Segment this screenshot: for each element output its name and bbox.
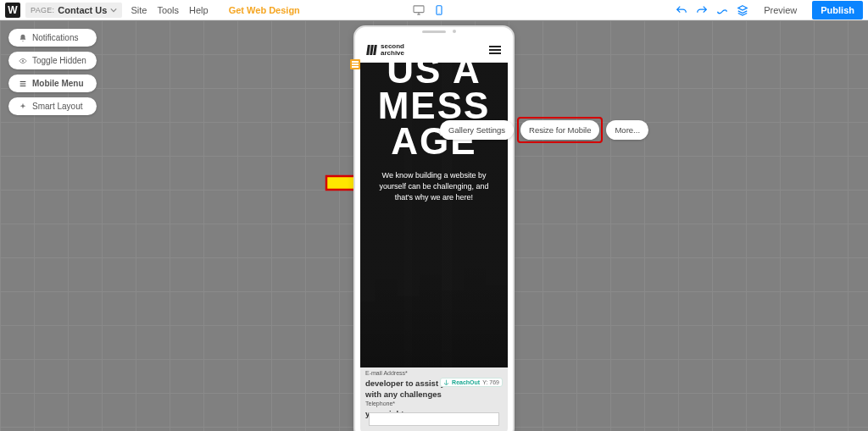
layers-icon[interactable] <box>737 4 748 16</box>
mobile-preview-frame: second archive Drag Handle US A MESSAGE … <box>353 25 515 431</box>
lower-text-2: with any challenges <box>365 389 503 400</box>
smart-layout-pill[interactable]: Smart Layout <box>8 97 97 115</box>
selection-handle-icon[interactable] <box>350 59 360 69</box>
resize-for-mobile-button[interactable]: Resize for Mobile <box>520 120 599 140</box>
desktop-view-icon[interactable] <box>413 5 425 15</box>
eye-icon <box>19 57 27 65</box>
mobile-screen[interactable]: second archive Drag Handle US A MESSAGE … <box>360 37 508 431</box>
mobile-menu-pill[interactable]: Mobile Menu <box>8 75 97 92</box>
top-toolbar: W PAGE: Contact Us Site Tools Help Get W… <box>0 0 868 20</box>
main-menu: Site Tools Help <box>131 5 208 15</box>
hamburger-icon <box>19 80 27 88</box>
svg-point-2 <box>438 13 439 14</box>
page-selector-value: Contact Us <box>58 5 107 15</box>
undo-icon[interactable] <box>676 4 687 16</box>
page-selector[interactable]: PAGE: Contact Us <box>25 3 122 18</box>
link-icon[interactable] <box>716 4 728 16</box>
canvas-tool-pills: Notifications Toggle Hidden Mobile Menu … <box>8 29 97 115</box>
phone-camera-icon <box>453 30 456 33</box>
toggle-hidden-pill[interactable]: Toggle Hidden <box>8 52 97 69</box>
app-logo: W <box>5 3 20 18</box>
notifications-pill[interactable]: Notifications <box>8 29 97 47</box>
telephone-input[interactable] <box>369 412 499 426</box>
sparkle-icon <box>19 102 27 111</box>
svg-point-3 <box>22 59 24 61</box>
svg-rect-0 <box>414 5 424 12</box>
mobile-menu-label: Mobile Menu <box>32 79 84 88</box>
redo-icon[interactable] <box>696 4 708 16</box>
menu-site[interactable]: Site <box>131 5 147 15</box>
menu-help[interactable]: Help <box>189 5 209 15</box>
more-button[interactable]: More... <box>606 120 648 140</box>
email-label: E-mail Address* <box>365 369 503 378</box>
element-context-menu: Gallery Settings Resize for Mobile More.… <box>440 117 648 143</box>
hero-subtitle: We know building a website by yourself c… <box>367 170 501 202</box>
smart-layout-label: Smart Layout <box>32 102 82 111</box>
bell-icon <box>19 34 27 42</box>
get-web-design-link[interactable]: Get Web Design <box>229 5 300 15</box>
editor-canvas[interactable]: Notifications Toggle Hidden Mobile Menu … <box>0 20 868 431</box>
anchor-icon <box>443 379 449 385</box>
telephone-label: Telephone* <box>365 400 503 408</box>
hero-section[interactable]: US A MESSAGE We know building a website … <box>360 63 508 367</box>
preview-button[interactable]: Preview <box>757 2 804 19</box>
tutorial-highlight: Resize for Mobile <box>517 117 603 143</box>
publish-button[interactable]: Publish <box>812 1 863 19</box>
link-indicator[interactable]: ReachOut Y: 769 <box>440 378 503 387</box>
device-switcher <box>413 5 445 15</box>
notifications-label: Notifications <box>32 33 78 42</box>
toggle-hidden-label: Toggle Hidden <box>32 56 86 65</box>
link-name: ReachOut <box>452 379 480 385</box>
page-selector-label: PAGE: <box>31 6 54 14</box>
gallery-settings-button[interactable]: Gallery Settings <box>440 120 514 140</box>
topbar-actions: Preview Publish <box>676 1 863 19</box>
phone-speaker-icon <box>422 30 446 33</box>
mobile-view-icon[interactable] <box>433 5 445 15</box>
chevron-down-icon <box>110 7 117 14</box>
menu-tools[interactable]: Tools <box>157 5 179 15</box>
link-coord: Y: 769 <box>482 379 499 385</box>
